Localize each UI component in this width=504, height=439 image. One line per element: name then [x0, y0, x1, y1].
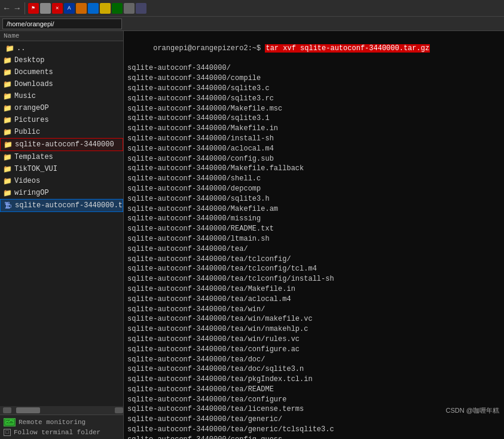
follow-terminal-row: □ Follow terminal folder	[4, 428, 120, 437]
prompt: orangepi@orangepizero2:~$	[153, 44, 265, 53]
terminal-file-line: sqlite-autoconf-3440000/config.sub	[127, 154, 500, 164]
item-label: TikTOK_VUI	[14, 165, 57, 173]
folder-icon: 📁	[2, 176, 12, 186]
list-item-sqlite-tar[interactable]: 🗜 sqlite-autoconf-3440000.tar.gz	[0, 199, 123, 212]
terminal-file-line: sqlite-autoconf-3440000/compile	[127, 73, 500, 84]
terminal-file-line: sqlite-autoconf-3440000/tea/license.term…	[127, 404, 500, 415]
address-input[interactable]	[2, 19, 122, 29]
icon-red[interactable]: ⚑	[28, 3, 39, 14]
icon-green[interactable]	[112, 3, 123, 14]
terminal-file-line: sqlite-autoconf-3440000/Makefile.am	[127, 204, 500, 214]
item-label: ..	[17, 44, 25, 53]
list-item-music[interactable]: 📁 Music	[0, 90, 123, 102]
follow-terminal-checkbox[interactable]: □	[4, 429, 11, 436]
separator-1	[25, 2, 25, 14]
terminal-file-line: sqlite-autoconf-3440000/tea/win/rules.vc	[127, 334, 500, 345]
terminal-file-line: sqlite-autoconf-3440000/tea/configure	[127, 395, 500, 405]
item-label: Desktop	[14, 56, 44, 65]
terminal-file-line: sqlite-autoconf-3440000/README.txt	[127, 224, 500, 234]
watermark: CSDN @咖喱年糕	[446, 406, 499, 415]
h-scrollbar-left[interactable]	[3, 407, 11, 413]
toolbar: ← → ⚑ ✕ A	[0, 0, 504, 17]
terminal-file-line: sqlite-autoconf-3440000/sqlite3.h	[127, 194, 500, 204]
item-label: Public	[14, 128, 40, 136]
terminal-file-line: sqlite-autoconf-3440000/tea/win/makefile…	[127, 314, 500, 324]
h-scrollbar-track[interactable]	[11, 407, 115, 413]
folder-icon: 📁	[2, 164, 12, 174]
watermark-text: CSDN @咖喱年糕	[446, 407, 499, 414]
terminal-line-1: orangepi@orangepizero2:~$ tar xvf sqlite…	[127, 33, 500, 63]
folder-icon: 📁	[5, 44, 14, 53]
file-icon: 🗜	[3, 201, 13, 210]
terminal-file-line: sqlite-autoconf-3440000/tea/win/	[127, 305, 500, 315]
list-item-downloads[interactable]: 📁 Downloads	[0, 78, 123, 90]
icon-gray1[interactable]	[40, 3, 51, 14]
terminal-file-line: sqlite-autoconf-3440000/sqlite3.1	[127, 113, 500, 124]
terminal-file-line: sqlite-autoconf-3440000/tea/Makefile.in	[127, 284, 500, 294]
icon-gray2[interactable]	[124, 3, 135, 14]
terminal-file-line: sqlite-autoconf-3440000/ltmain.sh	[127, 234, 500, 244]
terminal-file-line: sqlite-autoconf-3440000/tea/README	[127, 385, 500, 395]
folder-icon: 📁	[2, 79, 12, 89]
icon-blue-dark[interactable]: A	[64, 3, 75, 14]
list-item-public[interactable]: 📁 Public	[0, 126, 123, 138]
folder-icon: 📁	[2, 188, 12, 198]
terminal-file-line: sqlite-autoconf-3440000/aclocal.m4	[127, 144, 500, 154]
item-label: Documents	[14, 68, 53, 76]
terminal-file-line: sqlite-autoconf-3440000/tea/aclocal.m4	[127, 294, 500, 305]
icon-blue[interactable]	[88, 3, 99, 14]
folder-icon: 📁	[2, 103, 12, 113]
folder-icon: 📁	[3, 140, 13, 149]
command-highlight: tar xvf sqlite-autoconf-3440000.tar.gz	[265, 44, 430, 53]
terminal-file-line: sqlite-autoconf-3440000/tea/doc/sqlite3.…	[127, 364, 500, 374]
folder-icon: 📁	[2, 115, 12, 125]
terminal-file-line: sqlite-autoconf-3440000/sqlite3.rc	[127, 94, 500, 104]
icon-orange[interactable]	[76, 3, 87, 14]
terminal-file-line: sqlite-autoconf-3440000/tea/doc/	[127, 355, 500, 365]
item-label: Music	[14, 92, 36, 100]
terminal-file-line: sqlite-autoconf-3440000/	[127, 63, 500, 73]
back-button[interactable]: ←	[2, 4, 11, 13]
terminal-file-line: sqlite-autoconf-3440000/install-sh	[127, 134, 500, 144]
folder-icon: 📁	[2, 91, 12, 101]
list-item-parent[interactable]: 📁 ..	[0, 42, 123, 54]
list-item-templates[interactable]: 📁 Templates	[0, 151, 123, 163]
list-item-sqlite-folder[interactable]: 📁 sqlite-autoconf-3440000	[0, 138, 123, 151]
terminal-file-line: sqlite-autoconf-3440000/tea/tclconfig/tc…	[127, 264, 500, 274]
left-panel-status: Remote monitoring □ Follow terminal fold…	[0, 415, 123, 439]
terminal-panel[interactable]: orangepi@orangepizero2:~$ tar xvf sqlite…	[124, 31, 504, 439]
item-label: sqlite-autoconf-3440000	[15, 140, 114, 149]
icon-x[interactable]: ✕	[52, 3, 63, 14]
remote-monitoring-row: Remote monitoring	[4, 417, 120, 428]
terminal-file-line: sqlite-autoconf-3440000/sqlite3.c	[127, 84, 500, 94]
icon-purple[interactable]	[136, 3, 146, 14]
list-item-pictures[interactable]: 📁 Pictures	[0, 114, 123, 126]
list-item-desktop[interactable]: 📁 Desktop	[0, 54, 123, 66]
list-item-documents[interactable]: 📁 Documents	[0, 66, 123, 78]
left-panel: Name 📁 .. 📁 Desktop 📁 Documents 📁 Downlo…	[0, 31, 124, 439]
list-item-orangeop[interactable]: 📁 orangeOP	[0, 102, 123, 114]
terminal-file-line: sqlite-autoconf-3440000/tea/generic/tcls…	[127, 425, 500, 435]
main-content: Name 📁 .. 📁 Desktop 📁 Documents 📁 Downlo…	[0, 31, 504, 439]
terminal-file-line: sqlite-autoconf-3440000/shell.c	[127, 174, 500, 184]
h-scrollbar[interactable]	[0, 406, 123, 415]
terminal-file-line: sqlite-autoconf-3440000/missing	[127, 214, 500, 224]
terminal-file-line: sqlite-autoconf-3440000/tea/generic/	[127, 415, 500, 425]
icon-yellow[interactable]	[100, 3, 111, 14]
monitor-icon	[4, 418, 16, 426]
h-scrollbar-thumb[interactable]	[16, 407, 40, 413]
terminal-file-line: sqlite-autoconf-3440000/depcomp	[127, 184, 500, 194]
address-bar	[0, 17, 504, 31]
terminal-file-output: sqlite-autoconf-3440000/sqlite-autoconf-…	[127, 63, 500, 439]
item-label: Pictures	[14, 116, 49, 124]
item-label: Downloads	[14, 80, 53, 88]
terminal-file-line: sqlite-autoconf-3440000/tea/tclconfig/	[127, 254, 500, 265]
terminal-file-line: sqlite-autoconf-3440000/tea/tclconfig/in…	[127, 274, 500, 284]
folder-icon: 📁	[2, 67, 12, 77]
terminal-file-line: sqlite-autoconf-3440000/tea/pkgIndex.tcl…	[127, 374, 500, 385]
list-item-videos[interactable]: 📁 Videos	[0, 175, 123, 187]
forward-button[interactable]: →	[13, 4, 21, 13]
list-item-tiktok[interactable]: 📁 TikTOK_VUI	[0, 163, 123, 175]
h-scrollbar-right[interactable]	[115, 407, 123, 413]
list-item-wiringop[interactable]: 📁 wiringOP	[0, 187, 123, 199]
